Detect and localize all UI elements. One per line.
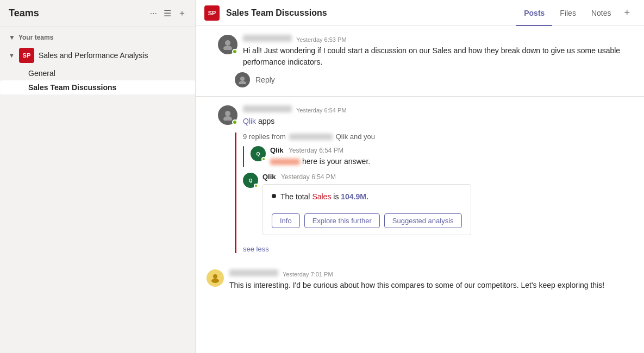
team-name: Sales and Performance Analysis — [39, 51, 175, 60]
svg-point-4 — [225, 111, 230, 116]
reply-accent-1 — [243, 146, 244, 167]
avatar-wrap-2 — [218, 105, 237, 125]
timestamp-2: Yesterday 6:54 PM — [296, 107, 347, 114]
username-blur-2 — [243, 105, 292, 112]
reply-area-1: Reply — [207, 72, 633, 87]
sidebar-title: Teams — [9, 8, 150, 19]
message-thread-2: Yesterday 6:54 PM Qlik apps 9 replies fr… — [196, 97, 644, 262]
card-text-the: The total — [280, 192, 312, 201]
suggested-analysis-button[interactable]: Suggested analysis — [384, 213, 462, 228]
top-nav: Posts Files Notes + — [516, 0, 635, 26]
avatar-wrap-1 — [218, 35, 237, 54]
message-content-1: Yesterday 6:53 PM Hi all! Just wondering… — [243, 35, 633, 68]
svg-point-5 — [223, 116, 232, 121]
card-text-sales: Sales — [312, 192, 331, 201]
message-text-1: Hi all! Just wondering if I could start … — [243, 45, 633, 68]
your-teams-label: ▼ Your teams — [0, 27, 195, 45]
message-text-2: Qlik apps — [243, 116, 633, 127]
avatar-3 — [207, 269, 224, 287]
info-button[interactable]: Info — [272, 213, 300, 228]
replies-section: 9 replies from Qlik and you Q — [207, 133, 633, 253]
svg-point-6 — [213, 274, 217, 279]
add-team-icon[interactable]: ＋ — [178, 8, 186, 19]
online-indicator-1 — [232, 49, 237, 54]
message-row-2: Yesterday 6:54 PM Qlik apps — [207, 105, 633, 127]
message-content-2: Yesterday 6:54 PM Qlik apps — [243, 105, 633, 127]
qlik-link[interactable]: Qlik — [243, 117, 256, 125]
message-header-2: Yesterday 6:54 PM — [243, 105, 633, 114]
card-text-value: 104.9M. — [341, 192, 368, 201]
card-text-is: is — [331, 192, 341, 201]
svg-point-1 — [223, 46, 232, 50]
tab-notes[interactable]: Notes — [584, 1, 619, 26]
reply-content-1: Qlik Yesterday 6:54 PM here is your answ… — [270, 146, 370, 167]
tab-posts[interactable]: Posts — [516, 1, 552, 26]
sidebar-header-icons: ··· ☰ ＋ — [150, 8, 186, 19]
channel-title: Sales Team Discussions — [226, 8, 510, 18]
svg-point-2 — [240, 77, 245, 81]
svg-point-3 — [239, 81, 246, 84]
card-buttons: Info Explore this further Suggested anal… — [272, 213, 462, 228]
reply-button-1[interactable]: Reply — [255, 75, 275, 84]
avatar-wrap-3 — [207, 269, 224, 287]
channel-item-sales-discussions[interactable]: Sales Team Discussions — [0, 80, 195, 94]
team-avatar: SP — [19, 48, 34, 63]
message-row-1: Yesterday 6:53 PM Hi all! Just wondering… — [207, 35, 633, 68]
qlik-online-2 — [254, 184, 258, 188]
timestamp-1: Yesterday 6:53 PM — [296, 36, 347, 43]
sidebar: Teams ··· ☰ ＋ ▼ Your teams ▼ SP Sales an… — [0, 0, 196, 353]
reply-content-2: Qlik Yesterday 6:54 PM The total Sales i… — [262, 173, 471, 235]
card-bullet: The total Sales is 104.9M. — [272, 191, 462, 208]
svg-point-0 — [225, 40, 230, 46]
timestamp-3: Yesterday 7:01 PM — [283, 271, 333, 278]
reply-avatar — [235, 72, 250, 87]
reply-text-blur-1 — [270, 159, 300, 165]
replies-label: 9 replies from Qlik and you — [243, 133, 633, 141]
team-item-sales-performance[interactable]: ▼ SP Sales and Performance Analysis ··· — [0, 45, 195, 66]
svg-point-7 — [211, 279, 219, 283]
chevron-down-icon: ▼ — [9, 34, 15, 41]
reply-text-1: here is your answer. — [270, 156, 370, 167]
message-thread-1: Yesterday 6:53 PM Hi all! Just wondering… — [196, 26, 644, 97]
reply-avatar-2: Q — [243, 173, 258, 188]
sales-card: The total Sales is 104.9M. Info Explore … — [262, 184, 471, 235]
message-thread-3: Yesterday 7:01 PM This is interesting. I… — [196, 262, 644, 299]
reply-avatar-wrap — [235, 72, 250, 87]
messages-area: Yesterday 6:53 PM Hi all! Just wondering… — [196, 26, 644, 353]
channel-avatar: SP — [204, 5, 220, 21]
channel-item-general[interactable]: General — [0, 66, 195, 80]
chevron-down-icon: ▼ — [9, 52, 15, 59]
see-less-button[interactable]: see less — [243, 245, 269, 253]
add-tab-button[interactable]: + — [618, 0, 635, 26]
reply-item-1: Q Qlik Yesterday 6:54 PM here is your an… — [243, 146, 633, 167]
message-content-3: Yesterday 7:01 PM This is interesting. I… — [229, 269, 633, 291]
sidebar-header: Teams ··· ☰ ＋ — [0, 0, 195, 27]
reply-meta-2: Qlik Yesterday 6:54 PM — [262, 173, 471, 181]
reply-item-2: Q Qlik Yesterday 6:54 PM — [243, 173, 633, 235]
replies-username-blur — [289, 134, 333, 140]
reply-meta-1: Qlik Yesterday 6:54 PM — [270, 146, 370, 154]
message-header-3: Yesterday 7:01 PM — [229, 269, 633, 278]
top-bar: SP Sales Team Discussions Posts Files No… — [196, 0, 644, 26]
more-options-icon[interactable]: ··· — [150, 9, 157, 18]
replies-container: 9 replies from Qlik and you Q — [235, 133, 633, 253]
message-text-3: This is interesting. I'd be curious abou… — [229, 280, 633, 291]
message-row-3: Yesterday 7:01 PM This is interesting. I… — [207, 269, 633, 291]
tab-files[interactable]: Files — [552, 1, 584, 26]
reply-avatar-1: Q — [251, 146, 266, 161]
online-indicator-2 — [232, 119, 237, 125]
message-header-1: Yesterday 6:53 PM — [243, 35, 633, 43]
explore-further-button[interactable]: Explore this further — [304, 213, 380, 228]
username-blur-3 — [229, 269, 278, 276]
username-blur-1 — [243, 35, 292, 42]
filter-icon[interactable]: ☰ — [164, 8, 171, 18]
sales-card-text: The total Sales is 104.9M. — [280, 191, 368, 203]
bullet-dot — [272, 194, 276, 198]
main-panel: SP Sales Team Discussions Posts Files No… — [196, 0, 644, 353]
qlik-online-1 — [261, 157, 266, 161]
